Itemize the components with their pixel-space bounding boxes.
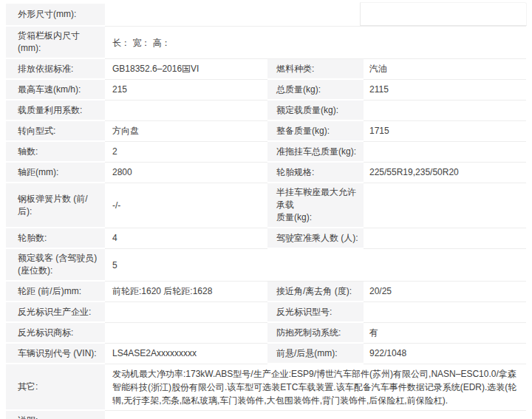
spec-value: -/- <box>105 183 267 228</box>
spec-label: 转向型式: <box>6 121 105 142</box>
spec-label-text: 外形尺寸(mm): <box>18 8 76 21</box>
spec-label: 总质量(kg): <box>267 80 364 101</box>
spec-value: 前轮距:1620 后轮距:1628 <box>105 282 267 302</box>
spec-row: 说明: <box>6 411 526 419</box>
spec-label-text: 反光标识型号: <box>276 306 332 318</box>
spec-label-text: 燃料种类: <box>276 63 314 75</box>
spec-value-text: 2115 <box>369 84 389 96</box>
spec-label: 半挂车鞍座最大允许承载 质量(kg): <box>267 183 364 228</box>
spec-label: 前悬/后悬(mm): <box>267 344 364 364</box>
spec-value-text: 4 <box>112 232 117 245</box>
spec-label-text: 总质量(kg): <box>276 84 321 96</box>
spec-value: 有 <box>364 323 526 344</box>
spec-value <box>105 323 267 344</box>
spec-value <box>105 101 267 121</box>
spec-value: 225/55R19,235/50R20 <box>364 163 526 183</box>
spec-label: 反光标识商标: <box>6 323 105 344</box>
spec-label-text: 准拖挂车总质量(kg): <box>276 146 356 158</box>
spec-value <box>364 228 526 249</box>
spec-row: 车辆识别代号 (VIN):LS4ASE2Axxxxxxxxx前悬/后悬(mm):… <box>6 344 526 364</box>
spec-value: 922/1048 <box>364 344 526 364</box>
spec-label: 额定载质量(kg): <box>267 101 364 121</box>
vehicle-spec-table: 外形尺寸(mm):货箱栏板内尺寸(mm):长： 宽： 高：排放依据标准:GB18… <box>6 4 526 419</box>
spec-label: 接近角/离去角 (度): <box>267 282 364 302</box>
spec-value-text: 1715 <box>369 125 389 137</box>
spec-value: 5 <box>105 249 526 282</box>
spec-row: 轴距(mm):2800轮胎规格:225/55R19,235/50R20 <box>6 163 526 183</box>
spec-value-text: 长： 宽： 高： <box>112 36 171 50</box>
spec-label-text: 最高车速(km/h): <box>18 84 81 96</box>
spec-value <box>105 411 526 419</box>
spec-label: 整备质量(kg): <box>267 121 364 142</box>
spec-value-text: 20/25 <box>369 285 392 298</box>
spec-value-text: 5 <box>112 259 117 272</box>
spec-label: 准拖挂车总质量(kg): <box>267 142 364 163</box>
spec-row: 最高车速(km/h):215总质量(kg):2115 <box>6 80 526 101</box>
spec-label-text: 轴距(mm): <box>18 166 58 179</box>
spec-label: 其它: <box>6 364 105 411</box>
spec-label-text: 半挂车鞍座最大允许承载 质量(kg): <box>276 186 359 224</box>
spec-value <box>364 302 526 323</box>
spec-label-text: 转向型式: <box>18 125 55 137</box>
spec-label-text: 额定载质量(kg): <box>276 104 338 117</box>
spec-label-text: 货箱栏板内尺寸(mm): <box>18 30 100 55</box>
spec-value-text: 汽油 <box>369 63 387 75</box>
spec-value-text: 2 <box>112 146 117 158</box>
spec-value: 215 <box>105 80 267 101</box>
spec-value: 2115 <box>364 80 526 101</box>
spec-value: 1715 <box>364 121 526 142</box>
spec-value: 方向盘 <box>105 121 267 142</box>
spec-label-text: 接近角/离去角 (度): <box>276 285 352 298</box>
spec-row: 转向型式:方向盘整备质量(kg):1715 <box>6 121 526 142</box>
spec-row: 反光标识生产企业:反光标识型号: <box>6 302 526 323</box>
spec-label: 排放依据标准: <box>6 59 105 80</box>
spec-label: 车辆识别代号 (VIN): <box>6 344 105 364</box>
spec-row: 钢板弹簧片数 (前/后):-/-半挂车鞍座最大允许承载 质量(kg): <box>6 183 526 228</box>
spec-value <box>105 302 267 323</box>
spec-label: 说明: <box>6 411 105 419</box>
spec-row: 货箱栏板内尺寸(mm):长： 宽： 高： <box>6 27 526 59</box>
spec-value <box>364 101 526 121</box>
spec-value: LS4ASE2Axxxxxxxxx <box>105 344 267 364</box>
spec-value-text: 前轮距:1620 后轮距:1628 <box>112 285 212 298</box>
spec-value: GB18352.6–2016国VI <box>105 59 267 80</box>
spec-value: 长： 宽： 高： <box>105 27 526 59</box>
spec-label: 最高车速(km/h): <box>6 80 105 101</box>
spec-label-text: 说明: <box>18 415 38 419</box>
spec-label-text: 前悬/后悬(mm): <box>276 347 338 360</box>
spec-label-text: 轮胎规格: <box>276 166 314 179</box>
spec-value-text: -/- <box>112 200 120 212</box>
spec-label: 额定载客 (含驾驶员) (座位数): <box>6 249 105 282</box>
spec-label-text: 轮距 (前/后)mm: <box>18 285 81 298</box>
spec-label: 载质量利用系数: <box>6 101 105 121</box>
spec-value-text: 发动机最大净功率:173kW.ABS型号/生产企业:ESP9/博世汽车部件(苏州… <box>112 367 519 407</box>
spec-label-text: 防抱死制动系统: <box>276 327 341 339</box>
spec-label-text: 反光标识商标: <box>18 327 73 339</box>
spec-label: 货箱栏板内尺寸(mm): <box>6 27 105 59</box>
spec-label-text: 额定载客 (含驾驶员) (座位数): <box>18 252 97 277</box>
spec-row: 轮胎数:4驾驶室准乘人数 (人): <box>6 228 526 249</box>
spec-label: 驾驶室准乘人数 (人): <box>267 228 364 249</box>
spec-row: 轮距 (前/后)mm:前轮距:1620 后轮距:1628接近角/离去角 (度):… <box>6 282 526 302</box>
spec-value <box>364 183 526 228</box>
spec-label: 轴距(mm): <box>6 163 105 183</box>
spec-value-text: 有 <box>369 327 378 339</box>
spec-value: 20/25 <box>364 282 526 302</box>
spec-value-text: GB18352.6–2016国VI <box>112 63 199 75</box>
spec-value-text: 2800 <box>112 166 132 179</box>
spec-label-text: 轴数: <box>18 146 38 158</box>
top-right-overlay-panel <box>360 2 527 26</box>
spec-value: 2800 <box>105 163 267 183</box>
spec-value-text: 215 <box>112 84 127 96</box>
spec-row: 反光标识商标:防抱死制动系统:有 <box>6 323 526 344</box>
spec-value-text: 225/55R19,235/50R20 <box>369 166 459 179</box>
spec-label: 反光标识生产企业: <box>6 302 105 323</box>
vehicle-spec-page: 外形尺寸(mm):货箱栏板内尺寸(mm):长： 宽： 高：排放依据标准:GB18… <box>0 0 532 419</box>
spec-label-text: 反光标识生产企业: <box>18 306 91 318</box>
spec-label: 防抱死制动系统: <box>267 323 364 344</box>
spec-label: 轮胎数: <box>6 228 105 249</box>
spec-label-text: 钢板弹簧片数 (前/后): <box>18 193 100 218</box>
spec-label: 钢板弹簧片数 (前/后): <box>6 183 105 228</box>
spec-label-text: 轮胎数: <box>18 232 47 245</box>
spec-value-text: LS4ASE2Axxxxxxxxx <box>112 347 197 360</box>
